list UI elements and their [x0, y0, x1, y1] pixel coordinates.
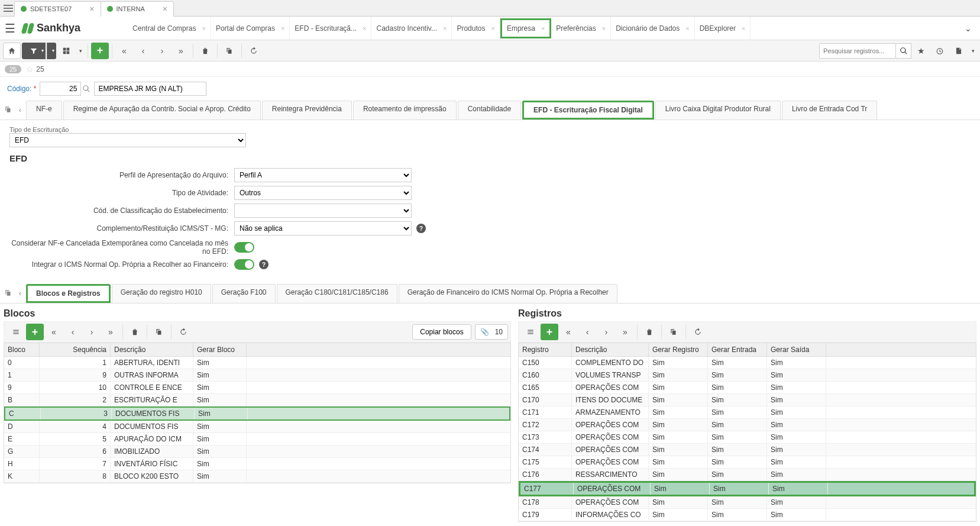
table-row[interactable]: C176RESSARCIMENTOSimSimSim	[519, 469, 976, 481]
module-tab[interactable]: Cadastro Incentiv...×	[371, 17, 452, 40]
col-gerar-entrada[interactable]: Gerar Entrada	[708, 343, 767, 356]
close-icon[interactable]: ×	[202, 25, 205, 32]
tabs-copy-icon[interactable]	[2, 105, 14, 115]
col-gerar-saida[interactable]: Gerar Saída	[767, 343, 826, 356]
primary-tab[interactable]: Contabilidade	[458, 101, 521, 120]
table-row[interactable]: 01ABERTURA, IDENTISim	[4, 357, 510, 369]
prev-registro-button[interactable]: ‹	[578, 324, 596, 340]
module-tab[interactable]: DBExplorer×	[695, 17, 751, 40]
close-icon[interactable]: ×	[281, 25, 284, 32]
refresh-button[interactable]	[245, 43, 263, 59]
close-icon[interactable]: ×	[491, 25, 494, 32]
lookup-icon[interactable]	[81, 83, 92, 94]
primary-tab[interactable]: NF-e	[26, 101, 62, 120]
grid-dropdown-button[interactable]: ▾	[76, 43, 85, 59]
delete-registro-button[interactable]	[641, 324, 658, 340]
table-row[interactable]: D4DOCUMENTOS FISSim	[4, 421, 510, 433]
col-sequencia[interactable]: Sequência	[40, 343, 111, 356]
col-descricao[interactable]: Descrição	[572, 343, 649, 356]
delete-bloco-button[interactable]	[126, 324, 144, 340]
browser-menu-icon[interactable]	[2, 2, 14, 14]
module-tab[interactable]: Dicionário de Dados×	[611, 17, 695, 40]
close-icon[interactable]: ×	[89, 4, 94, 14]
close-icon[interactable]: ×	[163, 4, 167, 14]
table-row[interactable]: C178OPERAÇÕES COMSimSimSim	[519, 496, 976, 509]
module-tab[interactable]: EFD - Escrituraçã...×	[290, 17, 371, 40]
empresa-name-input[interactable]	[94, 82, 206, 96]
col-gerar-registro[interactable]: Gerar Registro	[649, 343, 708, 356]
primary-tab[interactable]: Regime de Apuração da Contrib. Social e …	[63, 101, 261, 120]
module-tab[interactable]: Preferências×	[551, 17, 611, 40]
codigo-input[interactable]	[40, 82, 81, 96]
tipo-atividade-select[interactable]: Outros	[234, 186, 412, 200]
copy-bloco-button[interactable]	[150, 324, 168, 340]
export-dropdown-button[interactable]: ▾	[969, 43, 977, 59]
perfil-select[interactable]: Perfil A	[234, 168, 412, 182]
browser-tab[interactable]: SDETESTE07 ×	[14, 1, 101, 17]
sub-tab[interactable]: Blocos e Registros	[26, 284, 111, 303]
integrar-icms-toggle[interactable]	[234, 259, 254, 270]
delete-button[interactable]	[196, 43, 214, 59]
favorite-button[interactable]: ★	[912, 43, 930, 59]
table-row[interactable]: C165OPERAÇÕES COMSimSimSim	[519, 382, 976, 394]
considerar-nfe-toggle[interactable]	[234, 242, 254, 253]
module-tab[interactable]: Produtos×	[452, 17, 500, 40]
table-row[interactable]: G6IMOBILIZADOSim	[4, 446, 510, 458]
sub-tab[interactable]: Geração de Financeiro do ICMS Normal Op.…	[399, 284, 617, 303]
copiar-blocos-button[interactable]: Copiar blocos	[412, 324, 471, 340]
cod-class-select[interactable]	[234, 204, 412, 218]
table-row[interactable]: 19OUTRAS INFORMASim	[4, 369, 510, 382]
col-bloco[interactable]: Bloco	[4, 343, 40, 356]
attachment-box[interactable]: 📎 10	[475, 324, 508, 340]
menu-icon[interactable]: ☰	[5, 21, 15, 36]
close-icon[interactable]: ×	[363, 25, 366, 32]
search-input[interactable]	[819, 43, 896, 59]
first-button[interactable]: «	[115, 43, 133, 59]
table-row[interactable]: B2ESCRITURAÇÃO ESim	[4, 394, 510, 406]
help-icon[interactable]: ?	[416, 224, 426, 233]
table-row[interactable]: C173OPERAÇÕES COMSimSimSim	[519, 431, 976, 444]
module-tab[interactable]: Empresa×	[500, 18, 551, 38]
next-button[interactable]: ›	[153, 43, 171, 59]
timer-button[interactable]	[931, 43, 949, 59]
table-row[interactable]: C150COMPLEMENTO DOSimSimSim	[519, 357, 976, 369]
table-row[interactable]: C172OPERAÇÕES COMSimSimSim	[519, 419, 976, 431]
prev-button[interactable]: ‹	[134, 43, 152, 59]
col-registro[interactable]: Registro	[519, 343, 572, 356]
complemento-select[interactable]: Não se aplica	[234, 221, 412, 235]
table-row[interactable]: C160VOLUMES TRANSPSimSimSim	[519, 369, 976, 382]
primary-tab[interactable]: Livro Caixa Digital Produtor Rural	[655, 101, 781, 120]
table-row[interactable]: C171ARMAZENAMENTOSimSimSim	[519, 406, 976, 419]
list-view-button[interactable]	[522, 324, 539, 340]
first-registro-button[interactable]: «	[559, 324, 577, 340]
table-row[interactable]: C170ITENS DO DOCUMESimSimSim	[519, 394, 976, 406]
refresh-registro-button[interactable]	[689, 324, 707, 340]
sub-tab[interactable]: Geração C180/C181/C185/C186	[277, 284, 397, 303]
table-row[interactable]: 910CONTROLE E ENCESim	[4, 382, 510, 394]
first-bloco-button[interactable]: «	[45, 324, 63, 340]
last-button[interactable]: »	[172, 43, 190, 59]
add-button[interactable]: +	[91, 43, 109, 59]
close-icon[interactable]: ×	[541, 25, 545, 32]
last-bloco-button[interactable]: »	[102, 324, 119, 340]
next-bloco-button[interactable]: ›	[83, 324, 101, 340]
col-descricao[interactable]: Descrição	[111, 343, 193, 356]
search-button[interactable]	[896, 43, 911, 59]
table-row[interactable]: H7INVENTÁRIO FÍSICSim	[4, 458, 510, 470]
primary-tab[interactable]: Roteamento de impressão	[353, 101, 457, 120]
table-row[interactable]: C175OPERAÇÕES COMSimSimSim	[519, 456, 976, 469]
copy-button[interactable]	[221, 43, 238, 59]
table-row[interactable]: C3DOCUMENTOS FISSim	[4, 406, 510, 421]
primary-tab[interactable]: EFD - Escrituração Fiscal Digital	[522, 101, 654, 120]
last-registro-button[interactable]: »	[616, 324, 634, 340]
table-row[interactable]: C179INFORMAÇÕES COSimSimSim	[519, 509, 976, 521]
home-button[interactable]	[3, 43, 21, 59]
prev-bloco-button[interactable]: ‹	[64, 324, 82, 340]
next-registro-button[interactable]: ›	[597, 324, 615, 340]
table-row[interactable]: E5APURAÇÃO DO ICMSim	[4, 433, 510, 446]
module-tab[interactable]: Central de Compras×	[128, 17, 211, 40]
sub-tab[interactable]: Geração do registro H010	[112, 284, 211, 303]
add-registro-button[interactable]: +	[541, 324, 558, 340]
browser-tab[interactable]: INTERNA ×	[101, 1, 174, 17]
add-bloco-button[interactable]: +	[26, 324, 44, 340]
